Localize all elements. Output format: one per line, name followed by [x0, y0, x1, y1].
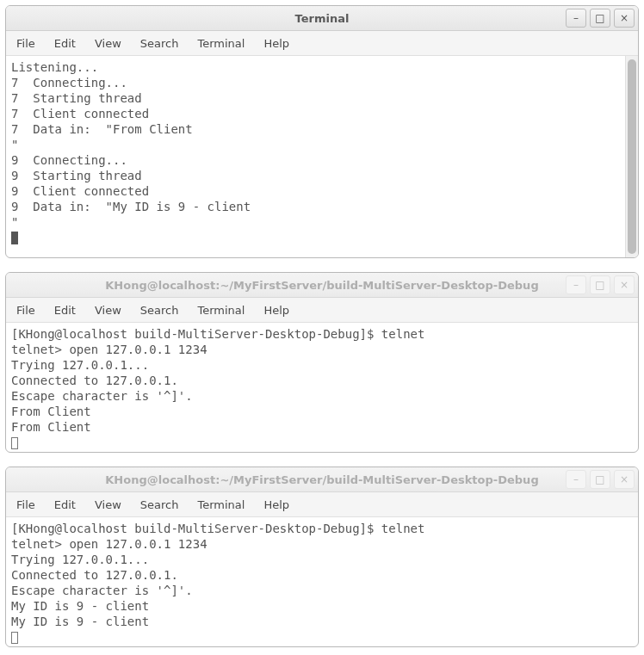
minimize-button[interactable]: – — [566, 275, 586, 294]
terminal-output[interactable]: [KHong@localhost build-MultiServer-Deskt… — [6, 323, 638, 452]
menu-item-file[interactable]: File — [13, 35, 39, 52]
maximize-button[interactable]: □ — [590, 9, 610, 28]
terminal-line: Trying 127.0.0.1... — [11, 553, 149, 566]
terminal-window: KHong@localhost:~/MyFirstServer/build-Mu… — [5, 272, 639, 453]
maximize-icon: □ — [595, 12, 604, 24]
close-button[interactable]: × — [614, 470, 635, 489]
terminal-body[interactable]: [KHong@localhost build-MultiServer-Deskt… — [6, 323, 638, 452]
titlebar[interactable]: KHong@localhost:~/MyFirstServer/build-Mu… — [6, 467, 638, 492]
minimize-icon: – — [573, 279, 579, 291]
terminal-output[interactable]: Listening... 7 Connecting... 7 Starting … — [6, 56, 625, 257]
menu-item-view[interactable]: View — [91, 302, 125, 318]
menu-item-search[interactable]: Search — [137, 302, 183, 318]
terminal-line: 9 Data in: "My ID is 9 - client — [11, 200, 251, 213]
terminal-line: telnet> open 127.0.0.1 1234 — [11, 537, 207, 551]
menu-item-help[interactable]: Help — [260, 497, 293, 513]
menu-item-view[interactable]: View — [91, 35, 125, 52]
terminal-line: From Client — [11, 405, 91, 418]
minimize-button[interactable]: – — [566, 470, 586, 489]
close-icon: × — [620, 473, 629, 485]
menu-item-search[interactable]: Search — [137, 35, 183, 52]
menu-item-file[interactable]: File — [13, 497, 39, 513]
menubar: FileEditViewSearchTerminalHelp — [6, 492, 638, 517]
menu-item-help[interactable]: Help — [260, 35, 293, 52]
terminal-cursor — [11, 232, 18, 244]
menu-item-terminal[interactable]: Terminal — [194, 497, 248, 513]
titlebar[interactable]: Terminal–□× — [6, 6, 638, 31]
terminal-line: Listening... — [11, 60, 98, 74]
close-icon: × — [620, 12, 629, 24]
scrollbar[interactable] — [625, 56, 638, 257]
terminal-line: telnet> open 127.0.0.1 1234 — [11, 343, 207, 356]
maximize-icon: □ — [595, 473, 604, 485]
terminal-line: Connected to 127.0.0.1. — [11, 374, 178, 387]
terminal-cursor — [11, 437, 18, 449]
close-icon: × — [620, 279, 629, 291]
terminal-line: [KHong@localhost build-MultiServer-Deskt… — [11, 522, 424, 535]
terminal-line: " — [11, 138, 18, 151]
window-controls: –□× — [566, 275, 635, 294]
terminal-line: Escape character is '^]'. — [11, 389, 193, 403]
terminal-line: 9 Connecting... — [11, 153, 127, 167]
minimize-icon: – — [573, 473, 579, 485]
terminal-line: Connected to 127.0.0.1. — [11, 568, 178, 582]
terminal-line: 9 Starting thread — [11, 169, 142, 182]
terminal-line: 9 Client connected — [11, 184, 149, 198]
terminal-line: 7 Starting thread — [11, 91, 142, 105]
terminal-line: [KHong@localhost build-MultiServer-Deskt… — [11, 327, 424, 341]
menu-item-help[interactable]: Help — [260, 302, 293, 318]
window-title: KHong@localhost:~/MyFirstServer/build-Mu… — [6, 473, 638, 486]
terminal-cursor — [11, 632, 18, 644]
terminal-output[interactable]: [KHong@localhost build-MultiServer-Deskt… — [6, 517, 638, 646]
minimize-icon: – — [573, 12, 579, 24]
menu-item-terminal[interactable]: Terminal — [194, 35, 248, 52]
maximize-button[interactable]: □ — [590, 470, 610, 489]
terminal-line: Escape character is '^]'. — [11, 584, 193, 597]
terminal-line: My ID is 9 - client — [11, 615, 149, 628]
terminal-line: Trying 127.0.0.1... — [11, 358, 149, 372]
terminal-window: KHong@localhost:~/MyFirstServer/build-Mu… — [5, 467, 639, 647]
window-controls: –□× — [566, 9, 635, 28]
terminal-body[interactable]: Listening... 7 Connecting... 7 Starting … — [6, 56, 638, 257]
terminal-line: 7 Client connected — [11, 107, 149, 120]
terminal-line: From Client — [11, 420, 91, 434]
menu-item-edit[interactable]: Edit — [51, 497, 79, 513]
menu-item-edit[interactable]: Edit — [51, 302, 79, 318]
menu-item-search[interactable]: Search — [137, 497, 183, 513]
menubar: FileEditViewSearchTerminalHelp — [6, 31, 638, 56]
terminal-window: Terminal–□×FileEditViewSearchTerminalHel… — [5, 5, 639, 258]
minimize-button[interactable]: – — [566, 9, 586, 28]
maximize-button[interactable]: □ — [590, 275, 610, 294]
window-title: KHong@localhost:~/MyFirstServer/build-Mu… — [6, 279, 638, 292]
close-button[interactable]: × — [614, 9, 635, 28]
menu-item-edit[interactable]: Edit — [51, 35, 79, 52]
maximize-icon: □ — [595, 279, 604, 291]
terminal-body[interactable]: [KHong@localhost build-MultiServer-Deskt… — [6, 517, 638, 646]
menu-item-terminal[interactable]: Terminal — [194, 302, 248, 318]
menu-item-file[interactable]: File — [13, 302, 39, 318]
terminal-line: 7 Data in: "From Client — [11, 122, 193, 136]
window-title: Terminal — [6, 12, 638, 25]
window-controls: –□× — [566, 470, 635, 489]
close-button[interactable]: × — [614, 275, 635, 294]
menubar: FileEditViewSearchTerminalHelp — [6, 298, 638, 323]
scrollbar-thumb[interactable] — [628, 59, 636, 254]
terminal-line: My ID is 9 - client — [11, 599, 149, 613]
menu-item-view[interactable]: View — [91, 497, 125, 513]
terminal-line: 7 Connecting... — [11, 76, 127, 90]
titlebar[interactable]: KHong@localhost:~/MyFirstServer/build-Mu… — [6, 273, 638, 298]
terminal-line: " — [11, 215, 18, 229]
